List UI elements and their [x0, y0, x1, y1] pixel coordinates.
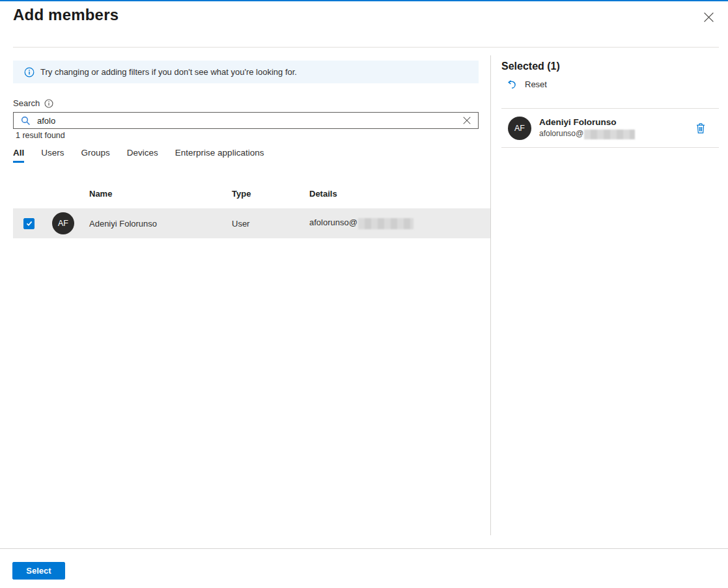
search-result-count: 1 result found	[16, 131, 65, 140]
close-button[interactable]	[701, 9, 716, 25]
selected-item: AF Adeniyi Folorunso afolorunso@	[501, 109, 719, 147]
row-checkbox[interactable]	[23, 218, 35, 229]
search-input[interactable]	[37, 116, 455, 126]
avatar-initials: AF	[58, 219, 68, 228]
tab-enterprise-applications[interactable]: Enterprise applications	[175, 148, 264, 163]
tab-bar: All Users Groups Devices Enterprise appl…	[13, 148, 264, 163]
table-row[interactable]: AF Adeniyi Folorunso User afolorunso@	[13, 208, 490, 238]
footer-divider	[0, 548, 728, 549]
redacted-email-domain	[584, 130, 635, 139]
tab-groups[interactable]: Groups	[81, 148, 110, 163]
selected-item-email: afolorunso@	[539, 128, 684, 139]
select-button[interactable]: Select	[12, 562, 65, 580]
selected-avatar: AF	[508, 117, 531, 140]
clear-icon	[462, 116, 471, 125]
column-header-type: Type	[232, 189, 309, 199]
remove-selected-button[interactable]	[692, 121, 710, 135]
add-members-panel: Add members Try changing or adding filte…	[0, 0, 728, 588]
selected-email-prefix: afolorunso@	[539, 129, 583, 138]
selected-avatar-initials: AF	[514, 124, 525, 133]
tab-devices[interactable]: Devices	[127, 148, 158, 163]
reset-label: Reset	[525, 79, 547, 89]
table-header-row: Name Type Details	[13, 179, 490, 208]
info-icon	[24, 67, 35, 77]
info-banner: Try changing or adding filters if you do…	[13, 61, 479, 83]
reset-arrow-icon	[507, 79, 518, 90]
selected-item-name: Adeniyi Folorunso	[539, 117, 684, 128]
selected-item-text: Adeniyi Folorunso afolorunso@	[539, 117, 684, 139]
trash-icon	[695, 122, 706, 134]
search-label: Search	[13, 98, 40, 108]
reset-button[interactable]: Reset	[507, 79, 547, 90]
redacted-email-domain	[358, 218, 413, 229]
vertical-divider	[490, 55, 491, 535]
column-header-details: Details	[309, 189, 490, 199]
cell-details: afolorunso@	[309, 217, 490, 229]
tab-users[interactable]: Users	[41, 148, 64, 163]
clear-search-button[interactable]	[461, 116, 473, 125]
info-banner-text: Try changing or adding filters if you do…	[40, 67, 297, 77]
close-icon	[703, 12, 714, 23]
selected-panel-title: Selected (1)	[501, 61, 560, 72]
check-icon	[25, 219, 33, 227]
search-info-icon[interactable]	[44, 99, 53, 108]
avatar: AF	[52, 212, 74, 234]
header-divider	[13, 47, 719, 48]
search-label-row: Search	[13, 98, 53, 108]
email-prefix: afolorunso@	[309, 217, 357, 227]
search-icon	[21, 116, 31, 126]
results-table: Name Type Details AF Adeniyi Folorunso U…	[13, 179, 490, 238]
selected-divider-bottom	[501, 147, 719, 148]
top-accent-bar	[0, 0, 728, 1]
tab-all[interactable]: All	[13, 148, 24, 163]
column-header-name: Name	[89, 189, 232, 199]
page-title: Add members	[13, 6, 119, 24]
cell-type: User	[232, 219, 309, 229]
search-box	[13, 112, 479, 129]
cell-name: Adeniyi Folorunso	[89, 219, 232, 229]
